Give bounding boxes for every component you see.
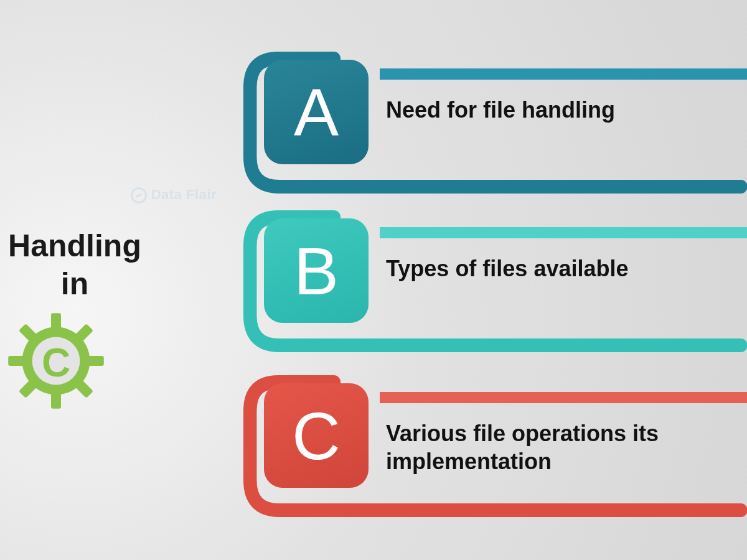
tile-c-letter: C	[292, 397, 341, 475]
tile-b-letter: B	[294, 232, 339, 310]
title-line-2: in	[0, 265, 168, 303]
svg-rect-2	[51, 391, 61, 409]
topbar-c	[380, 392, 747, 403]
gear-logo: C	[6, 311, 106, 411]
title-line-1: Handling	[0, 227, 168, 265]
main-title: Handling in	[0, 227, 168, 303]
svg-rect-3	[8, 356, 26, 366]
watermark-icon	[131, 187, 147, 203]
tile-b: B	[264, 218, 369, 323]
watermark: Data Flair	[131, 187, 217, 203]
tile-a: A	[264, 60, 369, 164]
topbar-b	[380, 227, 747, 238]
label-a: Need for file handling	[386, 96, 747, 124]
svg-rect-1	[51, 313, 61, 331]
diagram-canvas: Data Flair Handling in C	[0, 0, 747, 560]
list-item-c: C Various file operations its implementa…	[243, 380, 741, 523]
watermark-text: Data Flair	[151, 187, 217, 202]
label-b: Types of files available	[386, 254, 747, 282]
topbar-a	[380, 68, 747, 80]
list-item-a: A Need for file handling	[243, 56, 741, 199]
gear-letter: C	[42, 340, 70, 386]
svg-rect-4	[86, 356, 104, 366]
tile-c: C	[264, 383, 369, 488]
tile-a-letter: A	[294, 73, 339, 151]
list-item-b: B Types of files available	[243, 215, 741, 358]
label-c: Various file operations its implementati…	[386, 419, 747, 475]
